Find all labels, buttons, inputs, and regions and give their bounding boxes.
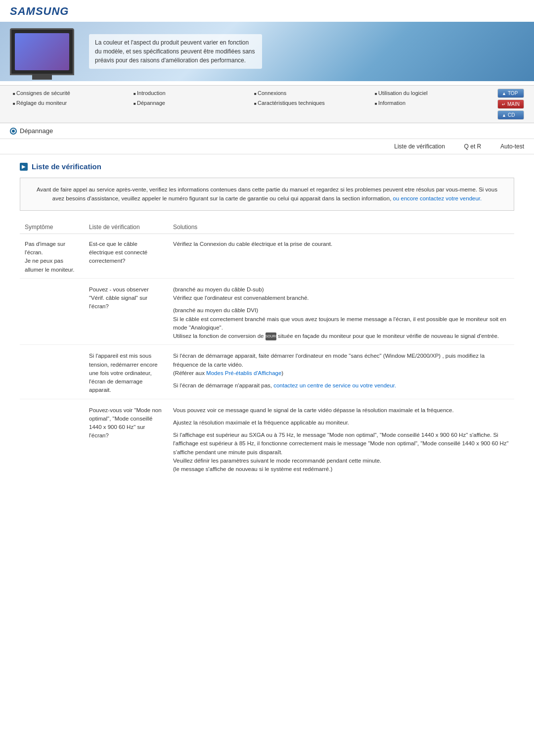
section-title: ▶ Liste de vérification xyxy=(20,162,514,171)
source-icon: SOURCE xyxy=(266,332,276,340)
nav-item-depannage[interactable]: Dépannage xyxy=(131,98,251,107)
nav-links: Consignes de sécurité Introduction Conne… xyxy=(10,89,492,107)
main-arrow-icon: ↵ xyxy=(502,102,506,107)
nav-item-caracteristiques[interactable]: Caractéristiques techniques xyxy=(251,98,372,107)
solution-cell-4: Vous pouvez voir ce message quand le sig… xyxy=(168,399,514,477)
check-table: Symptôme Liste de vérification Solutions… xyxy=(20,221,514,478)
breadcrumb: Dépannage xyxy=(0,123,534,139)
header: SAMSUNG xyxy=(0,0,534,18)
symptom-cell-1: Pas d'image sur l'écran.Je ne peux pas a… xyxy=(20,234,84,278)
info-link[interactable]: ou encore contactez votre vendeur. xyxy=(393,195,482,201)
symptom-cell-4 xyxy=(20,399,84,477)
cd-button[interactable]: ▲ CD xyxy=(497,110,524,120)
check-cell-2: Pouvez - vous observer "Vérif. câble sig… xyxy=(84,278,168,345)
solution-cell-2: (branché au moyen du câble D-sub)Vérifie… xyxy=(168,278,514,345)
table-row: Pouvez-vous voir "Mode non optimal", "Mo… xyxy=(20,399,514,477)
solution-cell-3: Si l'écran de démarrage apparait, faite … xyxy=(168,345,514,399)
banner: La couleur et l'aspect du produit peuven… xyxy=(0,22,534,81)
banner-text: La couleur et l'aspect du produit peuven… xyxy=(89,34,262,69)
monitor-image xyxy=(10,28,74,75)
symptom-cell-3 xyxy=(20,345,84,399)
tabs-bar: Liste de vérification Q et R Auto-test xyxy=(0,139,534,154)
nav-item-information[interactable]: Information xyxy=(372,98,492,107)
breadcrumb-label: Dépannage xyxy=(20,127,53,135)
col-header-symptome: Symptôme xyxy=(20,221,84,234)
section-title-text: Liste de vérification xyxy=(32,162,101,171)
table-row: Pas d'image sur l'écran.Je ne peux pas a… xyxy=(20,234,514,278)
main-section: ▶ Liste de vérification Avant de faire a… xyxy=(0,154,534,485)
info-box: Avant de faire appel au service après-ve… xyxy=(20,178,514,211)
col-header-solutions: Solutions xyxy=(168,221,514,234)
monitor-screen xyxy=(15,33,69,70)
tab-qr[interactable]: Q et R xyxy=(464,143,482,150)
nav-item-introduction[interactable]: Introduction xyxy=(131,89,251,97)
table-row: Pouvez - vous observer "Vérif. câble sig… xyxy=(20,278,514,345)
top-arrow-icon: ▲ xyxy=(502,91,506,96)
solution-cell-1: Vérifiez la Connexion du cable électriqu… xyxy=(168,234,514,278)
navigation: Consignes de sécurité Introduction Conne… xyxy=(0,85,534,123)
nav-item-logiciel[interactable]: Utilisation du logiciel xyxy=(372,89,492,97)
modes-link[interactable]: Modes Pré-établis d'Affichage xyxy=(206,370,281,376)
samsung-logo: SAMSUNG xyxy=(10,5,524,18)
col-header-verification: Liste de vérification xyxy=(84,221,168,234)
top-button[interactable]: ▲ TOP xyxy=(497,89,524,98)
breadcrumb-icon xyxy=(10,128,17,135)
check-cell-3: Si l'appareil est mis sous tension, redé… xyxy=(84,345,168,399)
tab-liste-verification[interactable]: Liste de vérification xyxy=(394,143,445,150)
check-cell-4: Pouvez-vous voir "Mode non optimal", "Mo… xyxy=(84,399,168,477)
check-cell-1: Est-ce que le câble électrique est conne… xyxy=(84,234,168,278)
nav-buttons: ▲ TOP ↵ MAIN ▲ CD xyxy=(497,89,524,120)
contact-link[interactable]: contactez un centre de service ou votre … xyxy=(273,382,396,388)
tab-autotest[interactable]: Auto-test xyxy=(500,143,524,150)
main-button[interactable]: ↵ MAIN xyxy=(497,99,524,109)
nav-item-connexions[interactable]: Connexions xyxy=(251,89,372,97)
cd-arrow-icon: ▲ xyxy=(502,113,506,118)
symptom-cell-2 xyxy=(20,278,84,345)
section-icon: ▶ xyxy=(20,163,28,171)
nav-item-reglage[interactable]: Réglage du moniteur xyxy=(10,98,131,107)
nav-item-securite[interactable]: Consignes de sécurité xyxy=(10,89,131,97)
arrow-icon: ▶ xyxy=(22,164,26,169)
table-row: Si l'appareil est mis sous tension, redé… xyxy=(20,345,514,399)
